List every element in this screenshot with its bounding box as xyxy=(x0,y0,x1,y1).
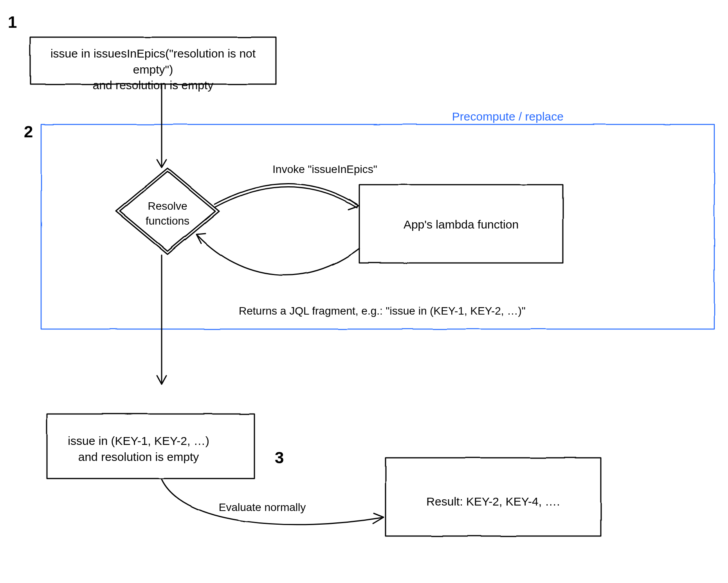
arrow-returns xyxy=(196,234,359,275)
precompute-group-box xyxy=(41,124,714,329)
rewritten-query-box xyxy=(47,414,254,479)
result-box xyxy=(386,458,601,536)
arrow-resolve-to-rewritten xyxy=(157,255,166,384)
input-query-box xyxy=(30,37,276,84)
diagram-canvas: 1 2 3 Precompute / replace issue in issu… xyxy=(0,0,728,583)
diagram-svg xyxy=(0,0,728,583)
arrow-invoke xyxy=(214,184,359,209)
arrow-evaluate xyxy=(162,479,384,525)
lambda-box xyxy=(359,185,563,263)
arrow-input-to-resolve xyxy=(157,85,166,167)
